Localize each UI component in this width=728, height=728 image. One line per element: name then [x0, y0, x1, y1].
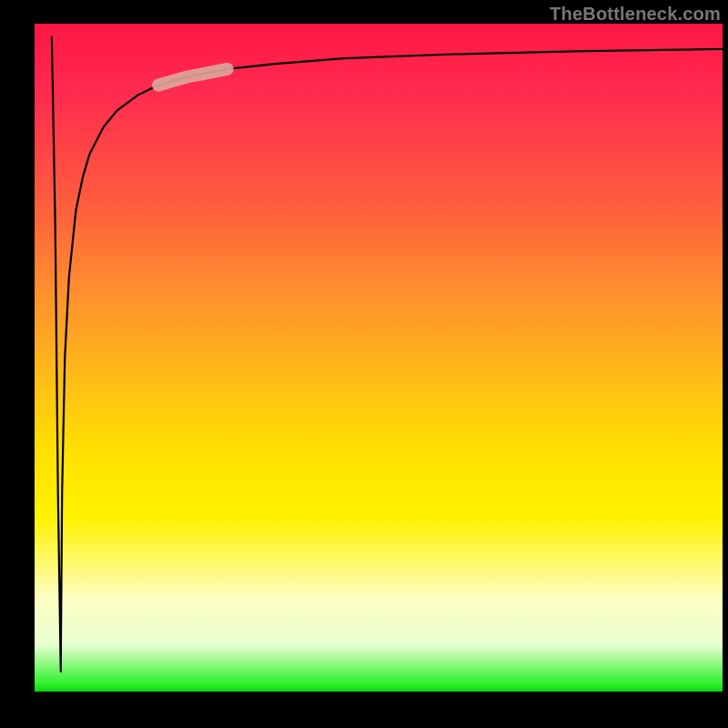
chart-canvas: TheBottleneck.com [0, 0, 728, 728]
highlight-segment [158, 69, 228, 86]
curve-layer [35, 24, 723, 692]
bottleneck-curve [52, 37, 723, 672]
attribution-label: TheBottleneck.com [550, 4, 721, 25]
